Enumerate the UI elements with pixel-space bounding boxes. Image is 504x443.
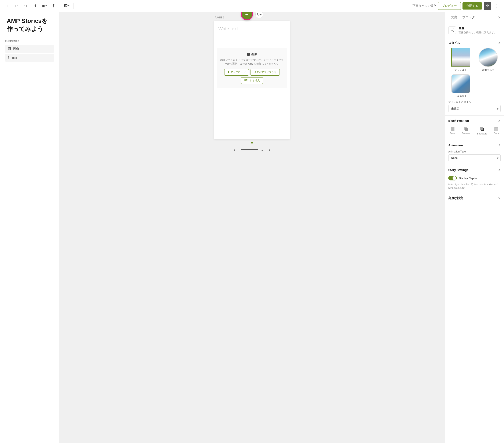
style-section-title: スタイル — [448, 41, 460, 45]
element-image[interactable]: 🖼 画像 — [5, 45, 54, 53]
display-caption-label: Display Caption — [459, 177, 478, 180]
tab-document[interactable]: 文書 — [448, 12, 460, 23]
block-info-text: 画像 画像を挿入し、視覚に訴えます。 — [458, 26, 497, 34]
redo-button[interactable]: ↪ — [22, 2, 30, 10]
undo-button[interactable]: ↩ — [13, 2, 20, 10]
page-indicator-bar — [241, 149, 258, 150]
toolbar: ＋ ↩ ↪ ℹ ⊞ ▾ ¶ 🖼 ▾ ⋮ 下書きとして保存 プレビュー 公開する … — [0, 0, 504, 12]
tools-dropdown-arrow: ▾ — [46, 4, 47, 7]
toolbar-divider-2 — [73, 3, 73, 9]
sidebar-close-button[interactable]: × — [498, 15, 501, 20]
image-dropdown-arrow: ▾ — [68, 4, 70, 7]
advanced-chevron-icon: ∨ — [498, 196, 501, 200]
position-front[interactable]: Front — [450, 127, 455, 135]
image-dropdown-button[interactable]: 🖼 ▾ — [63, 2, 71, 10]
block-description: 画像を挿入し、視覚に訴えます。 — [458, 31, 497, 34]
position-backward[interactable]: Backward — [477, 127, 487, 135]
image-element-label: 画像 — [13, 47, 19, 51]
block-icon: 🖼 — [448, 26, 456, 34]
forward-label: Forward — [462, 132, 470, 134]
style-section-header[interactable]: スタイル ∧ — [445, 38, 504, 48]
front-label: Front — [450, 132, 455, 134]
advanced-section: 高度な設定 ∨ — [445, 193, 504, 203]
toggle-knob — [452, 176, 456, 180]
caption-note: Note: If you turn this off, the current … — [448, 182, 501, 190]
settings-button[interactable]: ⚙ — [484, 2, 491, 10]
block-position-header[interactable]: Block Position ∧ — [445, 116, 504, 125]
overflow-button[interactable]: ⋮ — [493, 2, 501, 10]
text-element-label: Text — [12, 56, 17, 59]
rotate-button[interactable]: ↻≡ — [255, 12, 263, 18]
image-block-title: 🖼 画像 — [220, 53, 284, 56]
story-settings-header[interactable]: Story Settings ∧ — [445, 165, 504, 175]
add-content-button[interactable]: + — [241, 12, 253, 20]
upload-button[interactable]: ⬆ アップロード — [224, 69, 249, 76]
back-label: Back — [494, 132, 499, 134]
url-insert-button[interactable]: URL から挿入 — [241, 77, 263, 84]
add-block-button[interactable]: ＋ — [3, 2, 11, 10]
page-dot-1 — [251, 142, 253, 143]
default-style-select[interactable]: 未設定 — [448, 105, 501, 112]
image-block-icon: 🖼 — [247, 53, 250, 56]
write-text-placeholder[interactable]: Write text... — [214, 21, 290, 46]
position-forward[interactable]: Forward — [462, 127, 470, 135]
style-item-rounded[interactable]: Rounded — [448, 74, 473, 98]
elements-section: ELEMENTS 🖼 画像 ¶ Text — [0, 36, 59, 66]
default-style-select-wrapper: 未設定 — [448, 105, 501, 112]
block-name: 画像 — [458, 26, 497, 30]
advanced-section-header[interactable]: 高度な設定 ∨ — [445, 193, 504, 203]
style-thumb-rounded — [451, 74, 470, 93]
display-caption-row: Display Caption — [448, 175, 501, 181]
advanced-title: 高度な設定 — [448, 196, 463, 200]
style-item-circle[interactable]: 丸形マスク — [476, 48, 501, 72]
publish-button[interactable]: 公開する — [463, 2, 482, 10]
canvas-area: + ↻≡ PAGE 1 Write text... 🖼 — [59, 12, 445, 443]
style-section-content: デフォルト 丸形マスク Rounded — [445, 48, 504, 115]
image-block-buttons: ⬆ アップロード メディアライブラリ — [220, 69, 284, 76]
story-settings-section: Story Settings ∧ Display Caption Note: I… — [445, 165, 504, 193]
style-grid: デフォルト 丸形マスク Rounded — [448, 48, 501, 98]
plus-icon: + — [245, 12, 249, 17]
image-element-icon: 🖼 — [8, 47, 11, 51]
preview-button[interactable]: プレビュー — [438, 2, 461, 10]
style-thumb-circle — [479, 48, 498, 67]
gear-icon: ⚙ — [486, 4, 489, 8]
next-page-button[interactable]: › — [266, 146, 273, 153]
media-library-button[interactable]: メディアライブラリ — [251, 69, 280, 76]
image-block: 🖼 画像 画像ファイルをアップロードするか、メディアライブラリから選択、または … — [217, 48, 287, 88]
element-text[interactable]: ¶ Text — [5, 54, 54, 62]
sidebar-tabs: 文書 ブロック × — [445, 12, 504, 23]
info-button[interactable]: ℹ — [31, 2, 39, 10]
page-number: 1 — [261, 148, 263, 151]
image-block-desc: 画像ファイルをアップロードするか、メディアライブラリから選択、または URL を… — [220, 58, 284, 66]
block-position-title: Block Position — [448, 119, 469, 122]
block-position-content: Front Forward Backwa — [445, 125, 504, 140]
animation-section-header[interactable]: Animation ∧ — [445, 140, 504, 150]
paragraph-button[interactable]: ¶ — [50, 2, 57, 10]
story-settings-content: Display Caption Note: If you turn this o… — [445, 175, 504, 193]
canvas-navigation: ‹ 1 › — [231, 146, 273, 153]
tools-dropdown-button[interactable]: ⊞ ▾ — [41, 2, 48, 10]
animation-content: Animation Type None — [445, 150, 504, 165]
block-position-chevron-icon: ∧ — [498, 119, 501, 123]
style-item-default[interactable]: デフォルト — [448, 48, 473, 72]
save-status: 下書きとして保存 — [413, 4, 436, 8]
tab-block[interactable]: ブロック — [460, 12, 478, 23]
animation-type-select[interactable]: None — [448, 154, 501, 161]
more-button[interactable]: ⋮ — [76, 2, 84, 10]
image-icon: 🖼 — [64, 4, 68, 8]
default-style-section: デフォルトスタイル 未設定 — [448, 100, 501, 112]
page-title-area: AMP Storiesを作ってみよう — [0, 12, 59, 36]
position-back[interactable]: Back — [494, 127, 499, 135]
main-area: AMP Storiesを作ってみよう ELEMENTS 🖼 画像 ¶ Text … — [0, 12, 504, 443]
display-caption-toggle[interactable] — [448, 176, 457, 180]
toolbar-divider — [60, 3, 60, 9]
front-icon — [451, 127, 454, 131]
block-type-icon: 🖼 — [450, 28, 454, 32]
style-label-rounded: Rounded — [455, 95, 466, 98]
style-thumb-default — [451, 48, 470, 67]
backward-label: Backward — [477, 132, 487, 135]
story-settings-title: Story Settings — [448, 168, 468, 172]
prev-page-button[interactable]: ‹ — [231, 146, 238, 153]
block-position-grid: Front Forward Backwa — [448, 125, 501, 137]
